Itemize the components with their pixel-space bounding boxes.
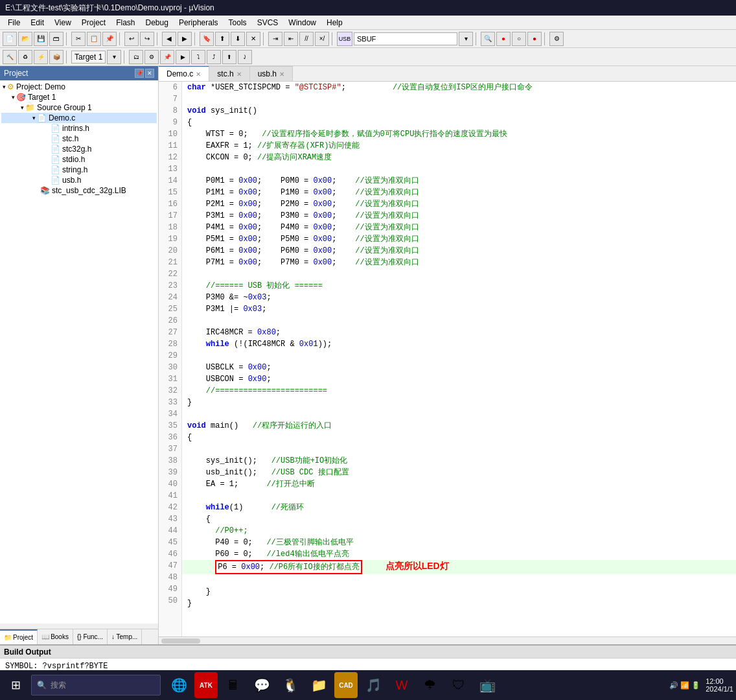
tree-item-source-group-1[interactable]: ▾ 📁 Source Group 1 [1, 102, 157, 113]
options-btn[interactable]: ⚙ [144, 50, 159, 64]
scrollbar-thumb-h[interactable] [161, 638, 200, 644]
editor-tab-stc-h-label: stc.h [217, 69, 233, 78]
editor-tab-stc-h[interactable]: stc.h ✕ [209, 66, 249, 81]
panel-close-btn[interactable]: ✕ [145, 69, 154, 78]
run-to-btn[interactable]: ⤸ [238, 50, 252, 64]
tree-item-stc-h[interactable]: 📄 stc.h [1, 134, 157, 144]
expand-project-root[interactable]: ▾ [3, 84, 6, 90]
build-btn[interactable]: 🔨 [3, 50, 17, 64]
flash-btn[interactable]: ⚡ [34, 50, 48, 64]
indent-btn[interactable]: ⇥ [268, 32, 282, 46]
register-input[interactable] [354, 32, 457, 45]
run2-btn[interactable]: ▶ [176, 50, 190, 64]
expand-demo-c[interactable]: ▾ [32, 115, 36, 121]
paste-btn[interactable]: 📌 [102, 32, 117, 46]
tree-item-stc-lib[interactable]: 📚 stc_usb_cdc_32g.LIB [1, 185, 157, 196]
menu-peripherals[interactable]: Peripherals [174, 17, 224, 29]
taskbar-files-icon[interactable]: 📁 [306, 672, 332, 698]
menu-svcs[interactable]: SVCS [252, 17, 284, 29]
taskbar-atk-icon[interactable]: ATK [194, 672, 218, 698]
reg-dropdown-btn[interactable]: ▾ [459, 32, 473, 46]
tree-label-source-group: Source Group 1 [37, 103, 92, 112]
bookmark-btn[interactable]: 🔖 [200, 32, 214, 46]
menu-tools[interactable]: Tools [224, 17, 252, 29]
nav-back-btn[interactable]: ◀ [162, 32, 176, 46]
tree-item-project-root[interactable]: ▾ ⚙ Project: Demo [1, 82, 157, 92]
stop-btn[interactable]: ○ [512, 32, 526, 46]
cut-btn[interactable]: ✂ [71, 32, 86, 46]
menu-project[interactable]: Project [76, 17, 111, 29]
debug-btn[interactable]: ● [527, 32, 542, 46]
taskbar-app1-icon[interactable]: 🎵 [360, 672, 386, 698]
settings-btn[interactable]: ⚙ [549, 32, 564, 46]
tree-item-intrins-h[interactable]: 📄 intrins.h [1, 123, 157, 134]
bookmark-next-btn[interactable]: ⬇ [231, 32, 245, 46]
clear-bookmarks-btn[interactable]: ✕ [246, 32, 260, 46]
step-out-btn[interactable]: ⬆ [222, 50, 236, 64]
tab-functions[interactable]: {} Func... [73, 629, 108, 644]
manage-targets-btn[interactable]: 🗂 [129, 50, 143, 64]
tree-item-usb-h[interactable]: 📄 usb.h [1, 175, 157, 185]
pin-btn[interactable]: 📌 [160, 50, 174, 64]
copy-btn[interactable]: 📋 [87, 32, 101, 46]
sep6 [332, 32, 334, 45]
tree-item-stdio-h[interactable]: 📄 stdio.h [1, 154, 157, 165]
save-btn[interactable]: 💾 [34, 32, 48, 46]
taskbar-wechat-icon[interactable]: 💬 [249, 672, 275, 698]
taskbar-wps-icon[interactable]: W [389, 672, 415, 698]
menu-help[interactable]: Help [321, 17, 348, 29]
editor-scrollbar-h[interactable] [159, 636, 736, 644]
batch-btn[interactable]: 📦 [49, 50, 63, 64]
taskbar-cloud-icon[interactable]: 🌩 [417, 672, 443, 698]
tree-item-string-h[interactable]: 📄 string.h [1, 165, 157, 175]
expand-source-group[interactable]: ▾ [21, 104, 24, 111]
menu-window[interactable]: Window [283, 17, 321, 29]
menu-edit[interactable]: Edit [25, 17, 49, 29]
expand-target1[interactable]: ▾ [12, 94, 15, 100]
taskbar-calculator-icon[interactable]: 🖩 [220, 672, 246, 698]
tab-books-icon: 📖 [41, 633, 49, 640]
open-btn[interactable]: 📂 [18, 32, 32, 46]
menu-flash[interactable]: Flash [111, 17, 140, 29]
outdent-btn[interactable]: ⇤ [284, 32, 298, 46]
menu-view[interactable]: View [49, 17, 76, 29]
redo-btn[interactable]: ↪ [140, 32, 154, 46]
start-button[interactable]: ⊞ [3, 672, 29, 698]
panel-pin-btn[interactable]: 📌 [135, 69, 144, 78]
tree-item-stc32g-h[interactable]: 📄 stc32g.h [1, 144, 157, 154]
tree-item-target1[interactable]: ▾ 🎯 Target 1 [1, 92, 157, 102]
rebuild-btn[interactable]: ♻ [18, 50, 32, 64]
tree-scrollbar[interactable] [0, 624, 158, 629]
undo-btn[interactable]: ↩ [124, 32, 139, 46]
new-file-btn[interactable]: 📄 [3, 32, 17, 46]
uncomment-btn[interactable]: ×/ [315, 32, 329, 46]
inspect-btn[interactable]: 🔍 [481, 32, 495, 46]
save-all-btn[interactable]: 🗃 [49, 32, 63, 46]
step-btn[interactable]: ⤵ [191, 50, 205, 64]
search-icon: 🔍 [37, 681, 47, 690]
tab-templates[interactable]: ↓ Temp... [108, 629, 142, 644]
code-content[interactable]: char *USER_STCISPCMD = "@STCISP#"; //设置自… [182, 82, 736, 636]
step-over-btn[interactable]: ⤴ [207, 50, 221, 64]
tab-books[interactable]: 📖 Books [38, 629, 73, 644]
taskbar-search[interactable]: 🔍 搜索 [31, 675, 161, 695]
run-btn[interactable]: ● [496, 32, 511, 46]
tab-project[interactable]: 📁 Project [0, 629, 38, 644]
taskbar-cad-icon[interactable]: CAD [334, 672, 358, 698]
editor-area: Demo.c ✕ stc.h ✕ usb.h ✕ 678910 11121314… [159, 66, 736, 644]
bookmark-prev-btn[interactable]: ⬆ [215, 32, 229, 46]
editor-tab-usb-h[interactable]: usb.h ✕ [250, 66, 293, 81]
tree-item-demo-c[interactable]: ▾ 📄 Demo.c [1, 113, 157, 123]
menu-file[interactable]: File [3, 17, 25, 29]
taskbar-browser-icon[interactable]: 🌐 [166, 672, 192, 698]
taskbar-video-icon[interactable]: 📺 [474, 672, 500, 698]
nav-fwd-btn[interactable]: ▶ [178, 32, 192, 46]
editor-tab-demo-c[interactable]: Demo.c ✕ [159, 66, 209, 81]
code-container[interactable]: 678910 1112131415 1617181920 2122232425 … [159, 82, 736, 636]
sep9 [66, 51, 69, 64]
taskbar-qq-icon[interactable]: 🐧 [277, 672, 303, 698]
target-dropdown-btn[interactable]: ▾ [107, 50, 121, 64]
taskbar-security-icon[interactable]: 🛡 [446, 672, 472, 698]
menu-debug[interactable]: Debug [141, 17, 174, 29]
comment-btn[interactable]: // [299, 32, 314, 46]
